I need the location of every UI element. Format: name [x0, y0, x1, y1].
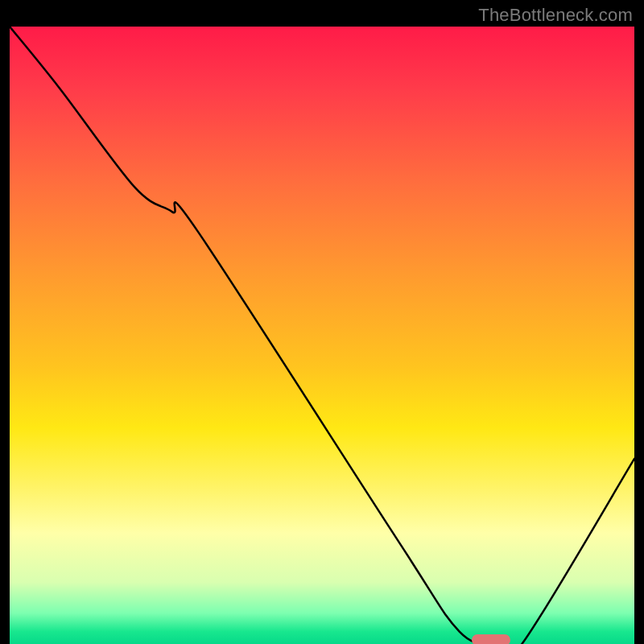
curve-svg	[10, 27, 634, 644]
optimal-marker	[472, 634, 510, 644]
watermark-text: TheBottleneck.com	[478, 5, 633, 26]
plot-area	[10, 27, 634, 644]
bottleneck-curve	[10, 27, 634, 644]
